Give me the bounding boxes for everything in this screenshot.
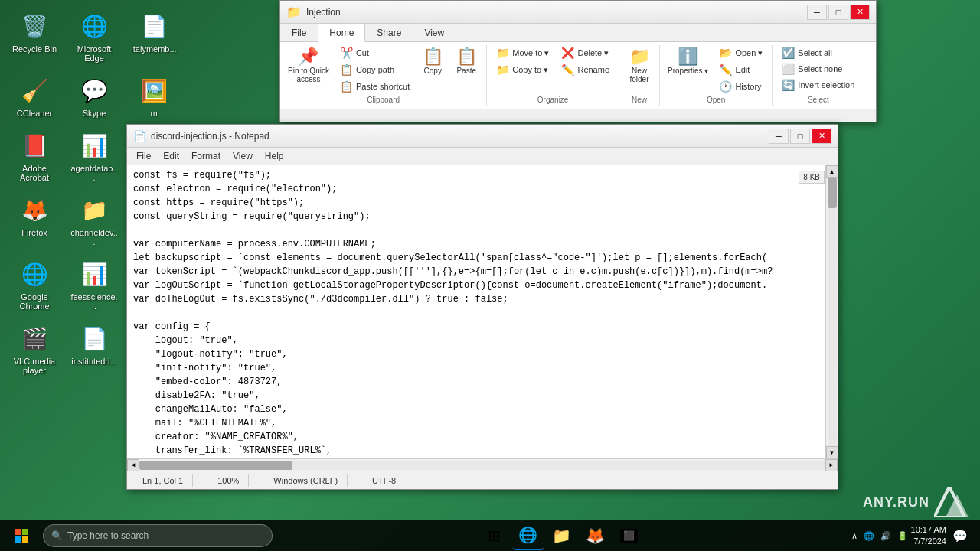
ribbon-tabs: File Home Share View	[280, 24, 876, 42]
properties-button[interactable]: ℹ️ Properties ▾	[665, 45, 711, 77]
clock-time: 10:17 AM	[911, 524, 946, 536]
desktop-icon-m[interactable]: 🖼️ m	[127, 72, 181, 121]
file-explorer-titlebar: 📁 Injection ─ □ ✕	[280, 1, 876, 24]
edit-button[interactable]: ✏️ Edit	[714, 62, 767, 77]
tray-volume-icon: 🔊	[880, 531, 891, 541]
ccleaner-label: CCleaner	[17, 109, 52, 118]
desktop-icon-institutedri[interactable]: 📄 institutedri...	[67, 320, 121, 378]
invert-selection-button[interactable]: 🔄 Invert selection	[777, 77, 859, 93]
code-editor[interactable]: const fs = require("fs"); const electron…	[127, 165, 825, 458]
history-button[interactable]: 🕐 History	[714, 79, 767, 94]
copy-to-icon: 📁	[496, 64, 509, 76]
desktop-icon-channeldev[interactable]: 📁 channeldev...	[67, 191, 121, 249]
desktop-icon-vlc[interactable]: 🎬 VLC media player	[8, 320, 61, 378]
tab-share[interactable]: Share	[365, 24, 413, 41]
notification-button[interactable]: 💬	[949, 525, 971, 546]
institutedri-icon: 📄	[79, 323, 109, 354]
anyrun-logo	[934, 487, 972, 517]
anyrun-watermark: ANY.RUN	[863, 487, 972, 517]
move-to-button[interactable]: 📁 Move to ▾	[492, 45, 554, 60]
horizontal-scrollbar[interactable]: ◄ ►	[127, 458, 838, 471]
desktop-icon-ccleaner[interactable]: 🧹 CCleaner	[8, 72, 61, 121]
np-maximize-button[interactable]: □	[790, 129, 810, 144]
np-menu-view[interactable]: View	[227, 149, 259, 163]
edit-icon: ✏️	[719, 64, 732, 76]
rename-button[interactable]: ✏️ Rename	[557, 62, 614, 77]
start-button[interactable]	[3, 521, 40, 550]
np-minimize-button[interactable]: ─	[769, 129, 789, 144]
channeldev-label: channeldev...	[70, 228, 118, 246]
clipboard-items: 📌 Pin to Quickaccess ✂️ Cut 📋 Copy path	[285, 45, 482, 94]
tab-view[interactable]: View	[413, 24, 456, 41]
tab-file[interactable]: File	[280, 24, 318, 41]
ccleaner-icon: 🧹	[19, 75, 50, 106]
scroll-track-h[interactable]	[139, 461, 825, 470]
desktop-icon-firefox[interactable]: 🦊 Firefox	[8, 191, 61, 249]
svg-rect-2	[15, 529, 21, 535]
history-icon: 🕐	[719, 80, 732, 93]
channeldev-icon: 📁	[79, 194, 109, 225]
paste-shortcut-button[interactable]: 📋 Paste shortcut	[335, 79, 414, 94]
desktop-icon-adobe[interactable]: 📕 Adobe Acrobat	[8, 127, 61, 185]
desktop-icon-skype[interactable]: 💬 Skype	[67, 72, 121, 121]
desktop-icon-edge[interactable]: 🌐 Microsoft Edge	[67, 8, 121, 66]
np-menu-format[interactable]: Format	[185, 149, 227, 163]
svg-rect-5	[22, 536, 28, 543]
cut-icon: ✂️	[340, 47, 353, 59]
scroll-up-button[interactable]: ▲	[826, 165, 838, 178]
anyrun-text: ANY.RUN	[863, 494, 929, 510]
tab-home[interactable]: Home	[318, 24, 365, 42]
np-menu-help[interactable]: Help	[259, 149, 290, 163]
title-controls: ─ □ ✕	[807, 5, 870, 20]
delete-icon: ❌	[561, 47, 574, 59]
cut-button[interactable]: ✂️ Cut	[335, 45, 414, 60]
minimize-button[interactable]: ─	[807, 5, 827, 20]
desktop-icon-agentdata[interactable]: 📊 agentdatab...	[67, 127, 121, 185]
line-ending: Windows (CRLF)	[264, 474, 348, 487]
open-icon: 📂	[719, 47, 732, 59]
desktop-icon-recycle-bin[interactable]: 🗑️ Recycle Bin	[8, 8, 61, 66]
scroll-down-button[interactable]: ▼	[826, 446, 838, 458]
taskbar-task-view[interactable]: ⊞	[479, 521, 510, 550]
taskbar-explorer[interactable]: 📁	[547, 521, 577, 550]
pin-quick-access-button[interactable]: 📌 Pin to Quickaccess	[285, 45, 332, 85]
scroll-track-v[interactable]	[828, 178, 837, 446]
close-button[interactable]: ✕	[850, 5, 870, 20]
file-explorer-window: 📁 Injection ─ □ ✕ File Home Share View	[279, 0, 877, 122]
tray-chevron[interactable]: ∧	[851, 531, 858, 541]
copy-to-button[interactable]: 📁 Copy to ▾	[492, 62, 554, 77]
scroll-thumb-h[interactable]	[139, 461, 292, 470]
taskbar-terminal[interactable]: ⬛	[614, 521, 645, 550]
np-menu-edit[interactable]: Edit	[157, 149, 185, 163]
move-to-icon: 📁	[496, 47, 509, 59]
desktop-icon-feesscience[interactable]: 📊 feesscience...	[67, 256, 121, 314]
paste-button[interactable]: 📋 Paste	[451, 45, 482, 77]
np-close-button[interactable]: ✕	[812, 129, 831, 144]
copy-button[interactable]: 📋 Copy	[417, 45, 448, 77]
delete-button[interactable]: ❌ Delete ▾	[557, 45, 614, 60]
clock[interactable]: 10:17 AM 7/7/2024	[911, 524, 946, 548]
np-menu-file[interactable]: File	[130, 149, 157, 163]
copy-path-button[interactable]: 📋 Copy path	[335, 62, 414, 77]
desktop-icon-word[interactable]: 📄 italymemb...	[127, 8, 181, 66]
taskbar-right: ∧ 🌐 🔊 🔋 10:17 AM 7/7/2024 💬	[851, 524, 977, 548]
institutedri-label: institutedri...	[71, 357, 116, 366]
select-none-button[interactable]: ⬜ Select none	[777, 61, 859, 77]
edge-icon: 🌐	[79, 11, 109, 41]
agentdata-label: agentdatab...	[70, 164, 118, 182]
vertical-scrollbar[interactable]: ▲ ▼	[825, 165, 838, 458]
taskbar-firefox[interactable]: 🦊	[580, 521, 611, 550]
desktop-icon-chrome[interactable]: 🌐 Google Chrome	[8, 256, 61, 314]
new-items: 📁 Newfolder	[624, 45, 655, 94]
maximize-button[interactable]: □	[828, 5, 848, 20]
search-bar[interactable]: 🔍 Type here to search	[43, 524, 273, 547]
select-all-button[interactable]: ☑️ Select all	[777, 45, 859, 60]
new-folder-button[interactable]: 📁 Newfolder	[624, 45, 655, 85]
scroll-right-button[interactable]: ►	[825, 459, 838, 471]
scroll-thumb-v[interactable]	[828, 178, 837, 208]
notepad-controls: ─ □ ✕	[769, 129, 831, 144]
scroll-left-button[interactable]: ◄	[127, 459, 139, 471]
notepad-icon: 📄	[133, 130, 146, 142]
open-button[interactable]: 📂 Open ▾	[714, 45, 767, 60]
taskbar-edge[interactable]: 🌐	[513, 521, 544, 550]
